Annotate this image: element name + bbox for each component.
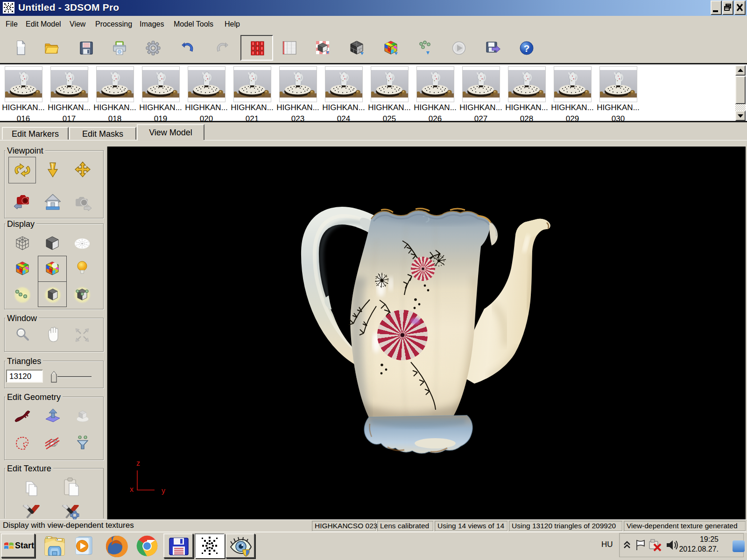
svg-text:x: x [130, 485, 134, 493]
svg-text:y: y [162, 487, 165, 495]
svg-text:?: ? [524, 43, 530, 54]
svg-text:z: z [136, 459, 140, 467]
